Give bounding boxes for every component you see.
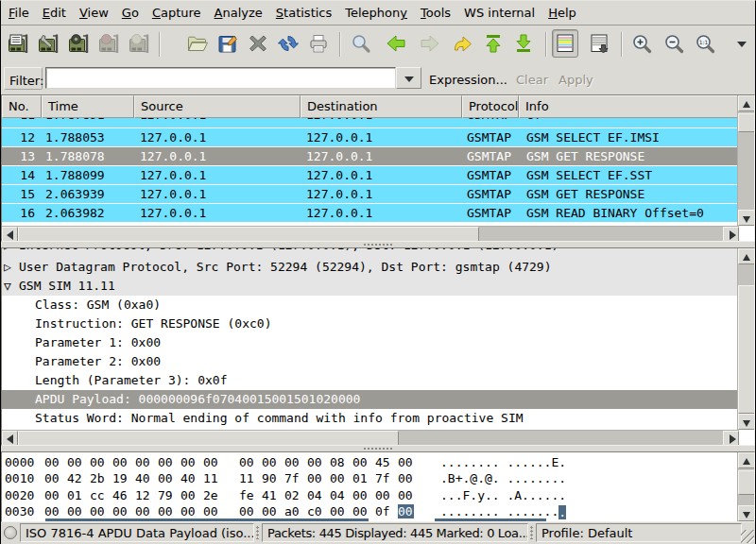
scroll-down-button[interactable] [738, 505, 755, 521]
packet-row-12[interactable]: 121.788053127.0.0.1127.0.0.1GSMTAPGSM SE… [2, 128, 739, 147]
scroll-right-button[interactable] [723, 227, 739, 242]
column-header-protocol[interactable]: Protocol [462, 95, 519, 118]
detail-row-6[interactable]: Parameter 2: 0x00 [2, 352, 739, 371]
scrollbar-thumb[interactable] [738, 113, 755, 132]
menu-analyze[interactable]: Analyze [208, 1, 269, 25]
hex-byte: 00 [44, 504, 60, 518]
zoom-in-button[interactable] [628, 29, 655, 58]
packet-row-14[interactable]: 141.788099127.0.0.1127.0.0.1GSMTAPGSM SE… [2, 166, 739, 185]
hex-dump-rows: 000000000000000000000000000008004500....… [2, 454, 739, 520]
overflow-caret-button[interactable] [729, 29, 755, 58]
scrollbar-thumb[interactable] [738, 285, 755, 414]
menu-edit[interactable]: Edit [36, 1, 73, 25]
colorize-button[interactable] [552, 29, 578, 58]
hex-row-0000[interactable]: 000000000000000000000000000008004500....… [2, 454, 739, 470]
detail-row-7[interactable]: Length (Parameter 3): 0x0f [2, 371, 739, 390]
hex-selected-field-clipped [45, 518, 369, 521]
detail-row-0[interactable]: ▷Internet Protocol, Src: 127.0.0.1 (127.… [2, 248, 739, 258]
scroll-up-button[interactable] [738, 248, 755, 264]
scrollbar-thumb[interactable] [738, 470, 755, 495]
expert-info-icon[interactable] [4, 526, 17, 539]
detail-row-8[interactable]: APDU Payload: 000000096f0704001500150102… [2, 390, 739, 409]
column-header-no[interactable]: No. [2, 95, 42, 118]
scroll-left-button[interactable] [2, 431, 18, 446]
print-button[interactable] [305, 29, 332, 58]
detail-row-2[interactable]: ▽GSM SIM 11.11 [2, 277, 739, 296]
menu-statistics[interactable]: Statistics [269, 1, 338, 25]
capture-stop-button[interactable] [96, 29, 123, 58]
scroll-up-button[interactable] [738, 95, 755, 111]
go-to-packet-button[interactable] [449, 29, 475, 58]
capture-interfaces-button[interactable] [6, 29, 32, 58]
autoscroll-button[interactable] [586, 29, 612, 58]
detail-row-text: APDU Payload: 000000096f0704001500150102… [35, 392, 360, 406]
go-top-button[interactable] [480, 29, 507, 58]
find-button[interactable] [348, 29, 374, 58]
scroll-left-button[interactable] [2, 227, 18, 242]
detail-row-4[interactable]: Instruction: GET RESPONSE (0xc0) [2, 314, 739, 333]
resize-grip-icon[interactable] [741, 530, 754, 543]
go-back-button[interactable] [383, 29, 409, 58]
filter-input[interactable] [45, 67, 396, 89]
file-open-button[interactable] [184, 29, 211, 58]
scroll-right-button[interactable] [723, 431, 739, 446]
menu-tools[interactable]: Tools [414, 1, 457, 25]
detail-row-9[interactable]: Status Word: Normal ending of command wi… [2, 409, 739, 428]
hex-vscrollbar[interactable] [737, 452, 754, 521]
menu-telephony[interactable]: Telephony [338, 1, 414, 25]
packet-list-vscrollbar[interactable] [737, 95, 754, 226]
go-bottom-button[interactable] [510, 29, 537, 58]
detail-row-3[interactable]: Class: GSM (0xa0) [2, 296, 739, 314]
menu-go[interactable]: Go [115, 1, 146, 25]
detail-vscrollbar[interactable] [737, 248, 754, 430]
hex-row-0020[interactable]: 00200001cc461279002efe41020404000000...F… [2, 487, 739, 503]
scroll-up-button[interactable] [738, 452, 755, 468]
column-header-info[interactable]: Info [519, 95, 739, 118]
menu-view[interactable]: View [73, 1, 115, 25]
menu-help[interactable]: Help [541, 1, 583, 25]
packet-list-hscrollbar[interactable] [2, 226, 739, 241]
hex-byte: 0f [375, 504, 391, 518]
cell-src: 127.0.0.1 [140, 118, 206, 122]
detail-row-5[interactable]: Parameter 1: 0x00 [2, 333, 739, 352]
capture-restart-button[interactable] [127, 29, 153, 58]
expander-closed-icon[interactable]: ▷ [4, 248, 11, 252]
menu-file[interactable]: File [1, 1, 36, 25]
reload-button[interactable] [275, 29, 301, 58]
filter-label[interactable]: Filter: [4, 67, 43, 90]
expander-open-icon[interactable]: ▽ [4, 279, 11, 293]
expander-closed-icon[interactable]: ▷ [4, 260, 11, 274]
capture-start-button[interactable] [66, 29, 93, 58]
column-header-time[interactable]: Time [42, 95, 134, 118]
hex-row-0010[interactable]: 001000422b194000401111907f0000017f00.B+.… [2, 470, 739, 486]
detail-hscrollbar[interactable] [2, 430, 739, 445]
hex-row-0030[interactable]: 003000000000000000000000a0c000000f00....… [2, 503, 739, 519]
detail-row-1[interactable]: ▷User Datagram Protocol, Src Port: 52294… [2, 258, 739, 277]
scroll-down-button[interactable] [738, 414, 755, 430]
packet-row-16[interactable]: 162.063982127.0.0.1127.0.0.1GSMTAPGSM RE… [2, 204, 739, 223]
zoom-100-button[interactable]: 1:1 [692, 29, 718, 58]
zoom-out-button[interactable] [661, 29, 687, 58]
column-header-source[interactable]: Source [134, 95, 301, 118]
scroll-down-button[interactable] [738, 210, 755, 226]
column-header-destination[interactable]: Destination [301, 95, 462, 118]
packet-row-11[interactable]: 111.787891127.0.0.1127.0.0.1GSMTAPGT [2, 118, 739, 128]
filter-expression-button[interactable]: Expression... [429, 73, 507, 87]
filter-clear-button[interactable]: Clear [516, 73, 548, 87]
cell-no: 15 [2, 187, 35, 201]
packet-row-13[interactable]: 131.788078127.0.0.1127.0.0.1GSMTAPGSM GE… [2, 147, 739, 166]
file-close-button[interactable] [245, 29, 271, 58]
packet-row-15[interactable]: 152.063939127.0.0.1127.0.0.1GSMTAPGSM GE… [2, 185, 739, 204]
capture-options-button[interactable] [36, 29, 62, 58]
filter-apply-button[interactable]: Apply [558, 73, 593, 87]
file-save-button[interactable] [215, 29, 241, 58]
scrollbar-thumb[interactable] [18, 431, 399, 446]
hex-offset: 0020 [5, 488, 34, 502]
scrollbar-thumb[interactable] [18, 227, 479, 242]
zoom-in-icon [630, 32, 653, 55]
cell-info: GSM GET RESPONSE [526, 187, 644, 201]
menu-ws-internal[interactable]: WS internal [457, 1, 541, 25]
menu-capture[interactable]: Capture [146, 1, 208, 25]
go-forward-button[interactable] [417, 29, 443, 58]
filter-dropdown-button[interactable] [396, 67, 421, 89]
